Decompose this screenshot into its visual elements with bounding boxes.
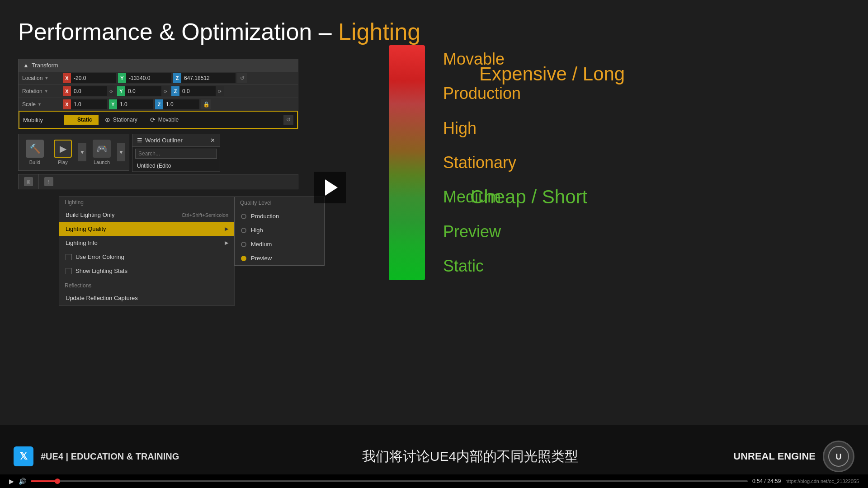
location-x-input[interactable]	[71, 73, 116, 83]
mobility-reset-button[interactable]: ↺	[283, 115, 293, 125]
cheap-label: Cheap / Short	[470, 186, 587, 208]
static-button[interactable]: Static	[64, 115, 99, 125]
rotation-x-input[interactable]	[71, 86, 107, 96]
location-z-group: Z	[173, 73, 236, 83]
play-dropdown-button[interactable]: ▼	[78, 143, 86, 161]
scale-y-input[interactable]	[117, 99, 153, 109]
submenu-arrow: ▶	[225, 226, 228, 232]
play-triangle-icon	[325, 179, 338, 196]
rotation-fields: X ⟳ Y ⟳ Z ⟳	[63, 86, 294, 96]
rotation-x-group: X ⟳	[63, 86, 115, 96]
quality-high-item[interactable]: High	[235, 223, 324, 237]
scale-z-input[interactable]	[163, 99, 199, 109]
time-display: 0:54 / 24:59	[752, 478, 781, 484]
chart-static-label: Static	[443, 257, 521, 276]
launch-dropdown-button[interactable]: ▼	[117, 143, 125, 161]
expensive-label: Expensive / Long	[479, 63, 625, 85]
svg-text:U: U	[836, 452, 842, 461]
movable-icon: ⟳	[150, 116, 156, 123]
tab-grid[interactable]: ⊞	[19, 174, 39, 189]
rotation-z-spin[interactable]: ⟳	[216, 86, 224, 96]
transform-panel: ▲ Transform Location ▼ X Y	[18, 59, 298, 129]
scale-x-input[interactable]	[71, 99, 107, 109]
outliner-close-icon[interactable]: ✕	[210, 137, 215, 144]
build-lighting-only-item[interactable]: Build Lighting Only Ctrl+Shift+Semicolon	[59, 208, 235, 222]
page-title: Performance & Optimization – Lighting	[18, 18, 344, 45]
launch-icon: 🎮	[93, 140, 111, 158]
scale-reset-button[interactable]: 🔒	[201, 99, 211, 109]
scale-z-group: Z	[155, 99, 199, 109]
location-y-group: Y	[118, 73, 171, 83]
rotation-y-spin[interactable]: ⟳	[161, 86, 170, 96]
sy-label: Y	[109, 99, 117, 109]
twitter-section: 𝕏 #UE4 | EDUCATION & TRAINING	[0, 446, 226, 466]
quality-preview-item[interactable]: Preview	[235, 251, 324, 265]
quality-production-item[interactable]: Production	[235, 209, 324, 223]
location-y-input[interactable]	[126, 73, 171, 83]
world-outliner-item[interactable]: Untitled (Edito	[132, 160, 220, 172]
list-icon: ☰	[137, 137, 142, 144]
play-button[interactable]: ▶ Play	[50, 138, 75, 167]
high-radio[interactable]	[241, 228, 246, 233]
chart-high-label: High	[443, 119, 521, 138]
rotation-y-input[interactable]	[125, 86, 161, 96]
rotation-label: Rotation ▼	[22, 88, 63, 94]
transform-header: ▲ Transform	[19, 59, 298, 71]
preview-radio[interactable]	[241, 256, 246, 261]
url-display: https://blog.cdn.net/oc_21322055	[785, 479, 859, 484]
build-icon: 🔨	[26, 140, 44, 158]
rotation-row: Rotation ▼ X ⟳ Y ⟳ Z	[19, 84, 298, 98]
show-lighting-stats-checkbox[interactable]	[66, 268, 72, 274]
use-error-coloring-item[interactable]: Use Error Coloring	[59, 250, 235, 264]
location-z-input[interactable]	[181, 73, 236, 83]
quality-header: Quality Level	[235, 197, 324, 209]
left-panel: Performance & Optimization – Lighting ▲ …	[0, 0, 362, 425]
production-radio[interactable]	[241, 214, 246, 219]
use-error-coloring-checkbox[interactable]	[66, 254, 72, 260]
z-label: Z	[173, 73, 181, 83]
rotation-dropdown-arrow[interactable]: ▼	[44, 89, 48, 94]
rotation-x-spin[interactable]: ⟳	[107, 86, 115, 96]
world-outliner-search-container	[132, 147, 220, 160]
ue-circle-logo: U	[823, 441, 854, 472]
chart-production-label: Production	[443, 84, 521, 103]
rotation-z-input[interactable]	[179, 86, 216, 96]
rz-label: Z	[171, 86, 179, 96]
movable-button[interactable]: ⟳ Movable	[144, 114, 185, 125]
ue-logo-section: UNREAL ENGINE U	[714, 441, 868, 472]
twitter-handle: #UE4 | EDUCATION & TRAINING	[41, 451, 179, 462]
show-lighting-stats-item[interactable]: Show Lighting Stats	[59, 264, 235, 278]
world-outliner-search[interactable]	[135, 149, 217, 159]
video-play-overlay-button[interactable]	[314, 172, 346, 203]
location-fields: X Y Z ↺	[63, 73, 294, 83]
rotation-y-group: Y ⟳	[117, 86, 170, 96]
quality-medium-item[interactable]: Medium	[235, 237, 324, 251]
progress-bar[interactable]	[31, 480, 748, 482]
lighting-quality-item[interactable]: Lighting Quality ▶	[59, 222, 235, 236]
reflections-header: Reflections	[59, 280, 235, 291]
quality-gradient-bar	[389, 45, 425, 280]
update-reflection-captures-item[interactable]: Update Reflection Captures	[59, 291, 235, 305]
scale-fields: X Y Z 🔒	[63, 99, 294, 109]
medium-radio[interactable]	[241, 242, 246, 247]
triangle-icon: ▲	[23, 62, 29, 69]
rx-label: X	[63, 86, 71, 96]
volume-button[interactable]: 🔊	[19, 478, 26, 485]
mobility-label: Mobility	[23, 117, 64, 123]
right-panel: Expensive / Long Movable Production High…	[362, 0, 868, 425]
play-pause-button[interactable]: ▶	[9, 478, 14, 485]
stationary-button[interactable]: ⊕ Stationary	[99, 114, 144, 125]
menu-divider	[59, 279, 235, 279]
lighting-info-item[interactable]: Lighting Info ▶	[59, 236, 235, 250]
build-button[interactable]: 🔨 Build	[22, 138, 47, 167]
location-x-group: X	[63, 73, 116, 83]
play-icon: ▶	[54, 140, 72, 158]
world-outliner-panel: ☰ World Outliner ✕ Untitled (Edito	[132, 134, 220, 172]
scale-y-group: Y	[109, 99, 153, 109]
location-dropdown-arrow[interactable]: ▼	[44, 76, 48, 80]
scale-dropdown-arrow[interactable]: ▼	[38, 102, 42, 107]
location-reset-button[interactable]: ↺	[237, 73, 247, 83]
tab-exclamation[interactable]: !	[39, 174, 59, 189]
quality-submenu: Quality Level Production High Medium Pre…	[234, 197, 325, 266]
launch-button[interactable]: 🎮 Launch	[89, 138, 114, 167]
